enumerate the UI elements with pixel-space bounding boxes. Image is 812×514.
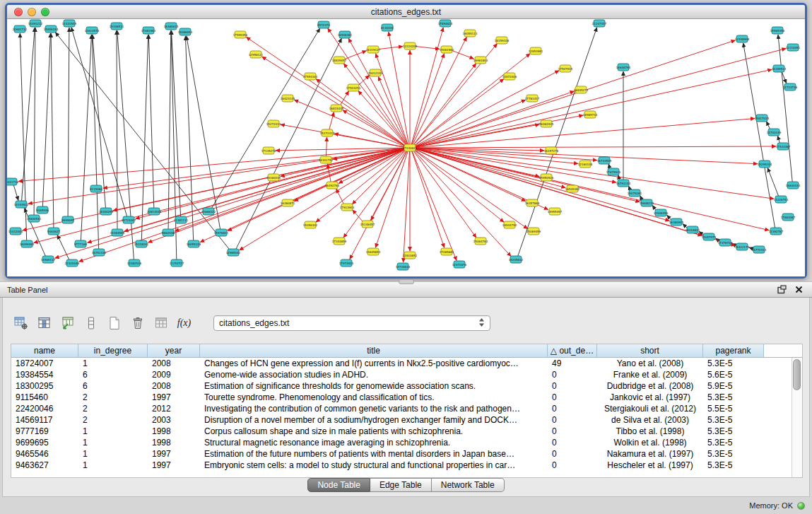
table-settings-button[interactable]: [11, 315, 30, 332]
cell-title[interactable]: Changes of HCN gene expression and I(f) …: [200, 358, 548, 369]
graph-node[interactable]: 11548908: [735, 35, 750, 42]
graph-node[interactable]: 16157278: [544, 147, 559, 154]
graph-node[interactable]: 17135278: [261, 147, 276, 154]
graph-node[interactable]: 5572373: [317, 21, 330, 28]
graph-node[interactable]: 17376728: [718, 239, 733, 246]
cell-title[interactable]: Tourette syndrome. Phenomenology and cla…: [200, 392, 548, 403]
cell-year[interactable]: 2008: [148, 380, 200, 392]
cell-in_degree[interactable]: 2: [78, 403, 148, 414]
graph-node[interactable]: 16380615: [164, 23, 179, 30]
graph-node[interactable]: 19086053: [178, 28, 193, 35]
graph-node[interactable]: 17903293: [346, 84, 361, 91]
graph-node[interactable]: 15295104: [758, 160, 772, 168]
float-panel-button[interactable]: [775, 284, 788, 296]
graph-node[interactable]: 18301752: [319, 156, 334, 163]
graph-node[interactable]: 15272417: [320, 129, 335, 136]
graph-node[interactable]: 12948456: [654, 209, 669, 216]
graph-node[interactable]: 16961803: [473, 57, 488, 64]
column-header-name[interactable]: name: [11, 344, 78, 358]
graph-node[interactable]: 12082516: [127, 259, 142, 267]
graph-node[interactable]: 15056302: [303, 221, 318, 228]
cell-short[interactable]: Jankovic et al. (1997): [597, 392, 703, 403]
graph-node[interactable]: 12724736: [783, 83, 798, 90]
close-panel-button[interactable]: [792, 284, 805, 296]
cell-in_degree[interactable]: 2: [78, 392, 148, 403]
column-header-title[interactable]: title: [200, 344, 548, 358]
import-table-button[interactable]: [58, 315, 77, 332]
column-header-short[interactable]: short: [597, 344, 703, 358]
graph-node[interactable]: 17554300: [303, 73, 318, 80]
cell-name[interactable]: 18300295: [11, 380, 78, 392]
cell-pagerank[interactable]: 5.3E-5: [703, 392, 764, 403]
graph-node[interactable]: 17533367: [776, 143, 791, 150]
graph-node[interactable]: 12224205: [403, 42, 418, 49]
graph-node[interactable]: 11381111: [174, 216, 189, 223]
graph-node[interactable]: 17507915: [558, 65, 573, 72]
graph-node[interactable]: 15318031: [134, 240, 149, 247]
graph-node[interactable]: 15069459: [526, 228, 541, 235]
graph-node[interactable]: 9777169: [74, 240, 87, 247]
table-row[interactable]: 911546021997Tourette syndrome. Phenomeno…: [11, 392, 802, 403]
cell-title[interactable]: Genome-wide association studies in ADHD.: [200, 369, 548, 380]
graph-node[interactable]: 16791144: [616, 180, 631, 187]
cell-out_degree[interactable]: 0: [548, 426, 597, 437]
table-row[interactable]: 977716911998Corpus callosum shape and si…: [11, 426, 802, 437]
cell-name[interactable]: 9463627: [11, 460, 78, 471]
graph-node[interactable]: 12958121: [249, 51, 264, 58]
cell-pagerank[interactable]: 5.3E-5: [703, 437, 764, 448]
column-header-out_degree[interactable]: △ out_de…: [548, 344, 597, 358]
cell-year[interactable]: 2009: [148, 369, 200, 380]
cell-pagerank[interactable]: 5.3E-5: [703, 358, 764, 369]
graph-node[interactable]: 17081983: [141, 27, 156, 34]
cell-title[interactable]: Embryonic stem cells: a model to study s…: [200, 460, 548, 471]
cell-short[interactable]: Yano et al. (2008): [597, 358, 703, 369]
graph-node[interactable]: 19245812: [509, 256, 524, 263]
graph-node[interactable]: 16751102: [92, 249, 107, 256]
graph-node[interactable]: 11253727: [170, 259, 184, 267]
cell-short[interactable]: Dudbridge et al. (2008): [597, 380, 703, 392]
scrollbar-thumb[interactable]: [793, 359, 801, 390]
cell-in_degree[interactable]: 2: [78, 414, 148, 426]
graph-node[interactable]: 18955497: [548, 208, 563, 215]
cell-name[interactable]: 9465546: [11, 448, 78, 460]
cell-pagerank[interactable]: 5.5E-5: [703, 403, 764, 414]
table-row[interactable]: 1456911722003Disruption of a novel membe…: [11, 414, 802, 426]
graph-node[interactable]: 17973920: [339, 259, 354, 267]
cell-year[interactable]: 1998: [148, 437, 200, 448]
table-row[interactable]: 1938455462009Genome-wide association stu…: [11, 369, 802, 380]
graph-node[interactable]: 18839057: [332, 57, 347, 64]
graph-node[interactable]: 17679910: [606, 168, 621, 175]
graph-node[interactable]: 18985734: [583, 111, 598, 118]
table-row[interactable]: 1830029562008Estimation of significance …: [11, 380, 802, 392]
graph-node[interactable]: 19079261: [628, 189, 642, 197]
cell-out_degree[interactable]: 0: [548, 392, 597, 403]
graph-node[interactable]: 15976821: [214, 229, 229, 236]
table-selector-dropdown[interactable]: citations_edges.txt: [213, 315, 490, 331]
cell-year[interactable]: 1997: [148, 460, 200, 471]
graph-node[interactable]: 17913903: [340, 204, 355, 211]
cell-out_degree[interactable]: 49: [548, 358, 597, 369]
cell-short[interactable]: Franke et al. (2009): [597, 369, 703, 380]
graph-node[interactable]: 10391212: [28, 20, 43, 27]
zoom-window-button[interactable]: [41, 8, 49, 16]
cell-title[interactable]: Corpus callosum shape and size in male p…: [200, 426, 548, 437]
table-row[interactable]: 2242004622012Investigating the contribut…: [11, 403, 802, 414]
cell-in_degree[interactable]: 1: [78, 358, 148, 369]
graph-node[interactable]: 19384554: [110, 229, 125, 236]
network-canvas[interactable]: 2068171210391212158581841143150512614578…: [7, 19, 805, 276]
graph-node[interactable]: 14668422: [201, 208, 216, 215]
cell-pagerank[interactable]: 5.3E-5: [703, 448, 764, 460]
graph-node[interactable]: 16423145: [281, 95, 295, 102]
cell-year[interactable]: 1997: [148, 448, 200, 460]
graph-node[interactable]: 12160108: [578, 160, 593, 168]
graph-node[interactable]: 16815435: [329, 105, 344, 112]
graph-node[interactable]: 17894824: [438, 20, 453, 27]
cell-title[interactable]: Estimation of significance thresholds fo…: [200, 380, 548, 392]
table-row[interactable]: 969969511998Structural magnetic resonanc…: [11, 437, 802, 448]
graph-node[interactable]: 16644433: [786, 182, 801, 189]
graph-node[interactable]: 16055113: [463, 30, 478, 37]
tab-network-table[interactable]: Network Table: [432, 478, 505, 492]
graph-node[interactable]: 11012004: [8, 228, 23, 235]
map-table-button[interactable]: [151, 315, 170, 332]
cell-in_degree[interactable]: 1: [78, 448, 148, 460]
